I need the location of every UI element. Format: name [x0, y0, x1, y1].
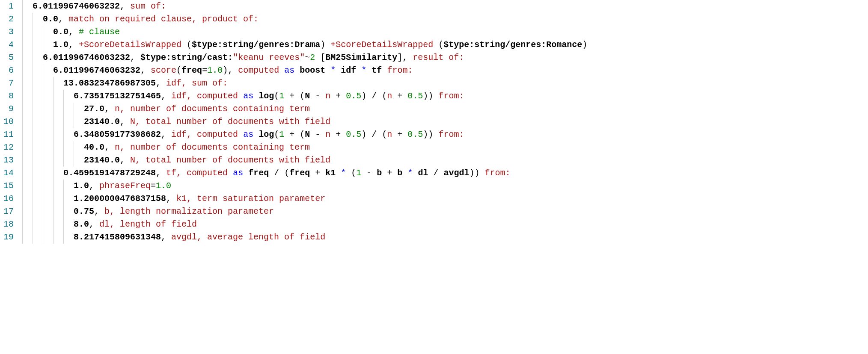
line-content: 6.011996746063232, $type:string/cast:"ke…: [43, 51, 868, 64]
code-area[interactable]: 6.011996746063232, sum of:0.0, match on …: [21, 0, 868, 244]
code-line[interactable]: 6.011996746063232, $type:string/cast:"ke…: [22, 51, 868, 64]
code-line[interactable]: 1.0, phraseFreq=1.0: [22, 180, 868, 192]
code-token: [238, 91, 243, 101]
code-line[interactable]: 6.735175132751465, idf, computed as log(…: [22, 90, 868, 103]
indent-guides: [22, 77, 63, 90]
code-token: +: [330, 91, 346, 101]
code-token: ~: [305, 53, 310, 62]
code-token: + (: [284, 91, 305, 101]
code-token: ,: [120, 117, 130, 127]
indent-guides: [22, 26, 53, 38]
indent-guides: [22, 180, 74, 192]
code-token: $type:string/genres:Drama: [192, 40, 320, 50]
code-token: as: [233, 168, 243, 178]
code-token: 0.4595191478729248: [63, 168, 156, 178]
code-token: avgdl, average length of field: [171, 232, 325, 242]
code-token: "keanu reeves": [233, 53, 305, 62]
code-token: [279, 65, 284, 75]
code-token: 0.0: [43, 14, 58, 24]
code-token: phraseFreq: [99, 181, 151, 191]
code-line[interactable]: 40.0, n, number of documents containing …: [22, 141, 868, 154]
code-token: 0.5: [346, 91, 361, 101]
code-token: [294, 65, 300, 75]
code-token: from:: [438, 91, 464, 101]
code-token: log: [259, 91, 274, 101]
code-token: ): [320, 40, 330, 50]
code-token: ,: [166, 194, 176, 204]
code-token: )): [423, 130, 438, 139]
code-token: b, length normalization parameter: [104, 206, 274, 216]
code-token: as: [243, 91, 253, 101]
code-line[interactable]: 6.011996746063232, score(freq=1.0), comp…: [22, 64, 868, 77]
code-line[interactable]: 0.0, match on required clause, product o…: [22, 13, 868, 26]
code-token: as: [284, 65, 294, 75]
line-number: 2: [3, 13, 14, 26]
line-content: 0.75, b, length normalization parameter: [74, 205, 868, 218]
code-line[interactable]: 1.0, +ScoreDetailsWrapped ($type:string/…: [22, 38, 868, 51]
code-token: (: [181, 40, 192, 50]
code-token: computed: [238, 65, 279, 75]
indent-guides: [22, 90, 74, 103]
code-token: +: [392, 91, 407, 101]
code-token: 23140.0: [84, 155, 120, 165]
code-token: [356, 65, 361, 75]
code-token: [336, 65, 341, 75]
code-token: 1.2000000476837158: [74, 194, 166, 204]
code-token: boost: [300, 65, 325, 75]
line-number: 6: [3, 64, 14, 77]
code-token: 1.0: [74, 181, 89, 191]
code-token: / (: [269, 168, 289, 178]
code-token: +ScoreDetailsWrapped: [330, 40, 433, 50]
code-token: b: [377, 168, 382, 178]
code-token: tf: [372, 65, 382, 75]
code-token: ,: [68, 27, 79, 37]
code-line[interactable]: 0.0, # clause: [22, 26, 868, 38]
indent-guides: [22, 103, 84, 115]
code-line[interactable]: 6.348059177398682, idf, computed as log(…: [22, 128, 868, 141]
code-token: ,: [120, 1, 130, 11]
code-token: ) / (: [361, 130, 387, 139]
code-token: ,: [161, 91, 171, 101]
code-line[interactable]: 0.4595191478729248, tf, computed as freq…: [22, 167, 868, 180]
code-token: ),: [223, 65, 238, 75]
line-number: 1: [3, 0, 14, 13]
code-line[interactable]: 0.75, b, length normalization parameter: [22, 205, 868, 218]
code-token: [325, 65, 330, 75]
code-line[interactable]: 13.083234786987305, idf, sum of:: [22, 77, 868, 90]
code-token: k1: [325, 168, 336, 178]
code-token: *: [361, 65, 366, 75]
code-token: 1: [279, 130, 284, 139]
indent-guides: [22, 192, 74, 205]
code-token: 1: [356, 168, 361, 178]
code-token: [382, 65, 387, 75]
code-token: ,: [68, 40, 79, 50]
code-token: ,: [161, 232, 171, 242]
code-editor[interactable]: 12345678910111213141516171819 6.01199674…: [0, 0, 868, 244]
code-token: sum of:: [130, 1, 166, 11]
code-token: )): [469, 168, 485, 178]
code-line[interactable]: 1.2000000476837158, k1, term saturation …: [22, 192, 868, 205]
code-token: [366, 65, 372, 75]
code-line[interactable]: 8.217415809631348, avgdl, average length…: [22, 231, 868, 244]
code-token: freq: [248, 168, 269, 178]
line-number: 11: [3, 128, 14, 141]
code-line[interactable]: 6.011996746063232, sum of:: [22, 0, 868, 13]
code-line[interactable]: 8.0, dl, length of field: [22, 218, 868, 231]
indent-guides: [22, 13, 43, 26]
line-number: 5: [3, 51, 14, 64]
code-token: match on required clause, product of:: [68, 14, 259, 24]
line-content: 6.011996746063232, score(freq=1.0), comp…: [53, 64, 868, 77]
code-token: $type:string/cast:: [140, 53, 233, 62]
code-token: tf, computed: [166, 168, 228, 178]
code-token: avgdl: [443, 168, 469, 178]
line-content: 0.0, # clause: [53, 26, 868, 38]
code-line[interactable]: 27.0, n, number of documents containing …: [22, 103, 868, 115]
code-line[interactable]: 23140.0, N, total number of documents wi…: [22, 154, 868, 167]
code-token: ,: [120, 155, 130, 165]
code-token: [228, 168, 233, 178]
line-number: 10: [3, 115, 14, 128]
code-line[interactable]: 23140.0, N, total number of documents wi…: [22, 115, 868, 128]
code-token: idf, computed: [171, 130, 238, 139]
indent-guides: [22, 115, 84, 128]
line-content: 1.0, phraseFreq=1.0: [74, 180, 868, 192]
